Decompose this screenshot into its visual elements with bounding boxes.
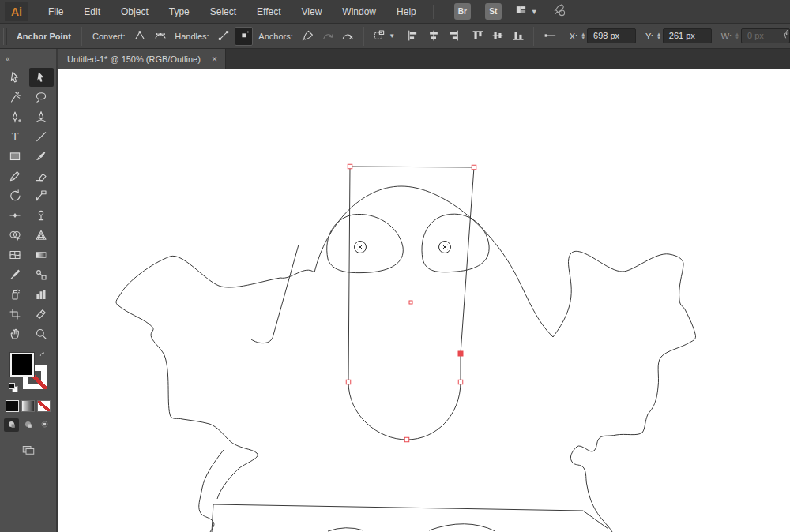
eyedropper-tool[interactable] [3,265,28,284]
show-handles-button[interactable] [215,27,233,46]
pencil-tool-icon [8,169,22,183]
head-path[interactable] [314,186,553,337]
change-screen-mode-button[interactable] [0,443,56,460]
control-bar-grip[interactable] [3,28,7,45]
right-foot-path[interactable] [429,524,495,531]
remove-anchors-button[interactable] [299,27,317,46]
control-bar: Anchor Point Convert: Handles: Anchors: … [0,24,790,49]
align-right-button[interactable] [444,27,462,46]
stocks-button[interactable]: St [485,3,502,20]
fill-swatch[interactable] [10,353,34,377]
shape-center-point[interactable] [409,301,412,304]
draw-normal-button[interactable] [4,418,19,432]
slice-tool[interactable] [29,305,54,324]
pencil-tool[interactable] [3,167,28,185]
anchor-point[interactable] [348,164,352,169]
color-button[interactable] [6,400,19,412]
align-left-button[interactable] [404,27,423,46]
width-tool[interactable] [3,206,28,225]
blend-tool[interactable] [29,265,54,284]
anchors-label: Anchors: [258,32,292,41]
none-button[interactable] [37,400,51,412]
x-input[interactable]: 698 px [587,28,636,43]
mesh-tool[interactable] [3,245,28,264]
type-tool[interactable]: T [3,127,28,146]
direct-selection-tool[interactable] [29,68,54,87]
handles-label: Handles: [175,32,209,41]
x-stepper[interactable]: ▲▼ [581,32,585,40]
anchor-point[interactable] [404,437,409,442]
menu-item-effect[interactable]: Effect [246,0,291,24]
align-vertical-center-button[interactable] [489,27,507,46]
left-leg-path[interactable] [199,450,224,532]
magic-wand-tool[interactable] [3,88,28,107]
close-tab-icon[interactable]: × [212,54,217,65]
symbol-sprayer-tool[interactable] [3,285,28,304]
pen-add-anchor-tool[interactable] [3,107,28,126]
y-stepper[interactable]: ▲▼ [656,32,661,40]
line-segment-tool[interactable] [29,127,54,146]
convert-to-smooth-button[interactable] [151,27,169,46]
artboard-tool[interactable] [3,305,28,324]
document-tab[interactable]: Untitled-1* @ 150% (RGB/Outline) × [58,49,226,69]
left-body-inner-path[interactable] [251,245,299,343]
menu-item-help[interactable]: Help [386,0,427,24]
bridge-button[interactable]: Br [454,3,471,20]
connect-anchors-icon [321,28,335,44]
menu-item-select[interactable]: Select [200,0,246,24]
menu-item-window[interactable]: Window [332,0,386,24]
y-input[interactable]: 261 px [663,28,712,43]
puppet-warp-tool-icon [34,208,48,223]
menu-item-view[interactable]: View [292,0,333,24]
default-fill-stroke-icon[interactable] [9,383,18,392]
align-bottom-button[interactable] [509,27,527,46]
paintbrush-tool[interactable] [29,147,54,166]
left-foot-path[interactable] [328,528,363,531]
artboard-canvas[interactable] [58,69,790,532]
curvature-tool[interactable] [29,107,54,126]
gradient-button[interactable] [21,400,35,412]
gpu-performance-button[interactable] [551,2,567,21]
menu-item-edit[interactable]: Edit [73,0,111,24]
shape-builder-tool[interactable] [3,226,28,245]
rotate-tool[interactable] [3,186,28,205]
left-arm-path[interactable] [116,256,314,499]
hide-handles-button[interactable] [235,27,253,46]
selected-anchor-point[interactable] [458,351,463,356]
point-position-button[interactable] [540,27,559,46]
swap-fill-stroke-icon[interactable] [38,350,48,364]
tool-grid: T [0,68,56,343]
collapse-panel-button[interactable]: « [6,54,9,63]
scale-tool[interactable] [29,186,54,205]
perspective-grid-tool[interactable] [29,226,54,245]
right-arm-path[interactable] [553,251,696,532]
eye-center-marker[interactable] [355,242,367,253]
rectangle-tool[interactable] [3,147,28,166]
menu-item-type[interactable]: Type [159,0,200,24]
frog-outline-artwork[interactable] [116,167,696,532]
eye-center-marker[interactable] [439,242,451,253]
anchor-point[interactable] [472,165,476,170]
menu-item-object[interactable]: Object [111,0,159,24]
arrange-documents-button[interactable]: ▼ [514,4,538,19]
zoom-tool[interactable] [29,324,54,343]
draw-inside-button[interactable] [37,418,52,432]
anchor-point[interactable] [346,380,351,384]
convert-to-corner-button[interactable] [131,27,149,46]
eraser-tool[interactable] [29,167,54,185]
align-horizontal-center-button[interactable] [424,27,442,46]
belt-path[interactable] [212,504,608,532]
align-top-button[interactable] [468,27,487,46]
anchor-point[interactable] [458,380,463,384]
menu-item-file[interactable]: File [38,0,73,24]
selection-tool[interactable] [3,68,28,87]
draw-behind-button[interactable] [21,418,36,432]
cut-path-button[interactable] [338,27,356,46]
column-graph-tool[interactable] [29,285,54,304]
hand-tool[interactable] [3,324,28,343]
gradient-tool[interactable] [29,245,54,264]
isolate-selected-object-button[interactable]: ▼ [371,27,397,46]
right-eye-path[interactable] [422,214,489,272]
puppet-warp-tool[interactable] [29,206,54,225]
lasso-tool[interactable] [29,88,54,107]
